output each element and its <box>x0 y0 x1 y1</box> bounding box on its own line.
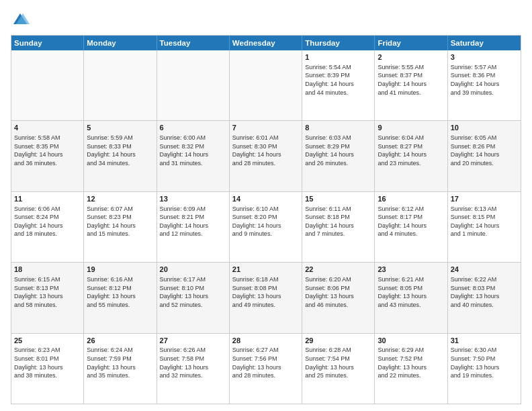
day-number: 29 <box>305 336 371 346</box>
day-info: Sunrise: 6:12 AM Sunset: 8:17 PM Dayligh… <box>378 205 444 238</box>
day-info: Sunrise: 6:03 AM Sunset: 8:29 PM Dayligh… <box>305 134 371 167</box>
calendar-cell: 23Sunrise: 6:21 AM Sunset: 8:05 PM Dayli… <box>375 263 447 332</box>
day-info: Sunrise: 6:09 AM Sunset: 8:21 PM Dayligh… <box>160 205 226 238</box>
calendar-row-0: 1Sunrise: 5:54 AM Sunset: 8:39 PM Daylig… <box>11 50 521 121</box>
calendar-cell: 24Sunrise: 6:22 AM Sunset: 8:03 PM Dayli… <box>448 263 521 332</box>
day-number: 17 <box>451 194 518 204</box>
calendar-cell: 3Sunrise: 5:57 AM Sunset: 8:36 PM Daylig… <box>448 50 521 120</box>
day-info: Sunrise: 6:23 AM Sunset: 8:01 PM Dayligh… <box>14 346 81 379</box>
day-number: 14 <box>232 194 299 204</box>
header-day-friday: Friday <box>375 36 447 50</box>
page: SundayMondayTuesdayWednesdayThursdayFrid… <box>0 0 532 411</box>
day-info: Sunrise: 6:06 AM Sunset: 8:24 PM Dayligh… <box>14 205 81 238</box>
day-number: 9 <box>378 123 444 133</box>
day-info: Sunrise: 5:58 AM Sunset: 8:35 PM Dayligh… <box>14 134 81 167</box>
day-info: Sunrise: 6:20 AM Sunset: 8:06 PM Dayligh… <box>305 275 371 309</box>
calendar-cell: 13Sunrise: 6:09 AM Sunset: 8:21 PM Dayli… <box>157 192 230 262</box>
day-info: Sunrise: 6:13 AM Sunset: 8:15 PM Dayligh… <box>451 205 518 238</box>
day-number: 8 <box>305 123 371 133</box>
calendar-row-2: 11Sunrise: 6:06 AM Sunset: 8:24 PM Dayli… <box>11 192 521 263</box>
header-day-saturday: Saturday <box>448 36 521 50</box>
day-info: Sunrise: 6:07 AM Sunset: 8:23 PM Dayligh… <box>87 205 153 238</box>
day-info: Sunrise: 6:05 AM Sunset: 8:26 PM Dayligh… <box>451 134 518 167</box>
calendar-row-1: 4Sunrise: 5:58 AM Sunset: 8:35 PM Daylig… <box>11 121 521 191</box>
day-info: Sunrise: 6:11 AM Sunset: 8:18 PM Dayligh… <box>305 205 371 238</box>
day-number: 16 <box>378 194 444 204</box>
header-day-tuesday: Tuesday <box>157 36 230 50</box>
calendar-cell: 31Sunrise: 6:30 AM Sunset: 7:50 PM Dayli… <box>448 334 521 404</box>
calendar-cell: 10Sunrise: 6:05 AM Sunset: 8:26 PM Dayli… <box>448 121 521 191</box>
day-info: Sunrise: 6:22 AM Sunset: 8:03 PM Dayligh… <box>451 275 518 309</box>
day-number: 23 <box>378 265 444 275</box>
calendar: SundayMondayTuesdayWednesdayThursdayFrid… <box>11 35 521 404</box>
calendar-cell: 2Sunrise: 5:55 AM Sunset: 8:37 PM Daylig… <box>375 50 447 120</box>
header-day-sunday: Sunday <box>11 36 84 50</box>
day-number: 7 <box>232 123 299 133</box>
day-info: Sunrise: 6:17 AM Sunset: 8:10 PM Dayligh… <box>160 275 226 309</box>
calendar-cell: 17Sunrise: 6:13 AM Sunset: 8:15 PM Dayli… <box>448 192 521 262</box>
calendar-cell: 30Sunrise: 6:29 AM Sunset: 7:52 PM Dayli… <box>375 334 447 404</box>
day-number: 28 <box>232 336 299 346</box>
day-info: Sunrise: 6:00 AM Sunset: 8:32 PM Dayligh… <box>160 134 226 167</box>
day-number: 25 <box>14 336 81 346</box>
day-number: 18 <box>14 265 81 275</box>
calendar-cell: 29Sunrise: 6:28 AM Sunset: 7:54 PM Dayli… <box>302 334 375 404</box>
calendar-cell: 20Sunrise: 6:17 AM Sunset: 8:10 PM Dayli… <box>157 263 230 332</box>
calendar-cell: 19Sunrise: 6:16 AM Sunset: 8:12 PM Dayli… <box>84 263 157 332</box>
calendar-cell: 1Sunrise: 5:54 AM Sunset: 8:39 PM Daylig… <box>302 50 375 120</box>
calendar-cell <box>230 50 302 120</box>
day-info: Sunrise: 6:04 AM Sunset: 8:27 PM Dayligh… <box>378 134 444 167</box>
calendar-header: SundayMondayTuesdayWednesdayThursdayFrid… <box>11 36 521 50</box>
calendar-cell: 28Sunrise: 6:27 AM Sunset: 7:56 PM Dayli… <box>230 334 302 404</box>
logo-icon <box>11 11 30 30</box>
day-info: Sunrise: 6:21 AM Sunset: 8:05 PM Dayligh… <box>378 275 444 309</box>
day-number: 31 <box>451 336 518 346</box>
day-number: 11 <box>14 194 81 204</box>
header <box>11 11 521 30</box>
day-number: 5 <box>87 123 153 133</box>
day-info: Sunrise: 6:26 AM Sunset: 7:58 PM Dayligh… <box>160 346 226 379</box>
calendar-cell: 18Sunrise: 6:15 AM Sunset: 8:13 PM Dayli… <box>11 263 84 332</box>
day-number: 22 <box>305 265 371 275</box>
header-day-wednesday: Wednesday <box>230 36 302 50</box>
day-number: 2 <box>378 52 444 62</box>
calendar-cell: 14Sunrise: 6:10 AM Sunset: 8:20 PM Dayli… <box>230 192 302 262</box>
calendar-cell: 4Sunrise: 5:58 AM Sunset: 8:35 PM Daylig… <box>11 121 84 191</box>
day-number: 1 <box>305 52 371 62</box>
day-number: 13 <box>160 194 226 204</box>
day-number: 12 <box>87 194 153 204</box>
day-number: 24 <box>451 265 518 275</box>
day-info: Sunrise: 5:57 AM Sunset: 8:36 PM Dayligh… <box>451 63 518 97</box>
header-day-thursday: Thursday <box>302 36 375 50</box>
calendar-cell: 27Sunrise: 6:26 AM Sunset: 7:58 PM Dayli… <box>157 334 230 404</box>
calendar-cell: 9Sunrise: 6:04 AM Sunset: 8:27 PM Daylig… <box>375 121 447 191</box>
calendar-cell: 5Sunrise: 5:59 AM Sunset: 8:33 PM Daylig… <box>84 121 157 191</box>
day-number: 27 <box>160 336 226 346</box>
day-number: 26 <box>87 336 153 346</box>
calendar-cell: 7Sunrise: 6:01 AM Sunset: 8:30 PM Daylig… <box>230 121 302 191</box>
header-day-monday: Monday <box>84 36 157 50</box>
day-number: 21 <box>232 265 299 275</box>
calendar-cell: 8Sunrise: 6:03 AM Sunset: 8:29 PM Daylig… <box>302 121 375 191</box>
calendar-body: 1Sunrise: 5:54 AM Sunset: 8:39 PM Daylig… <box>11 50 521 404</box>
calendar-row-4: 25Sunrise: 6:23 AM Sunset: 8:01 PM Dayli… <box>11 334 521 404</box>
calendar-row-3: 18Sunrise: 6:15 AM Sunset: 8:13 PM Dayli… <box>11 263 521 333</box>
day-number: 15 <box>305 194 371 204</box>
day-number: 4 <box>14 123 81 133</box>
calendar-cell: 15Sunrise: 6:11 AM Sunset: 8:18 PM Dayli… <box>302 192 375 262</box>
day-info: Sunrise: 6:18 AM Sunset: 8:08 PM Dayligh… <box>232 275 299 309</box>
day-number: 10 <box>451 123 518 133</box>
day-number: 19 <box>87 265 153 275</box>
calendar-cell: 21Sunrise: 6:18 AM Sunset: 8:08 PM Dayli… <box>230 263 302 332</box>
day-info: Sunrise: 6:27 AM Sunset: 7:56 PM Dayligh… <box>232 346 299 379</box>
day-info: Sunrise: 6:01 AM Sunset: 8:30 PM Dayligh… <box>232 134 299 167</box>
day-info: Sunrise: 6:10 AM Sunset: 8:20 PM Dayligh… <box>232 205 299 238</box>
day-number: 20 <box>160 265 226 275</box>
day-info: Sunrise: 6:29 AM Sunset: 7:52 PM Dayligh… <box>378 346 444 379</box>
day-info: Sunrise: 6:24 AM Sunset: 7:59 PM Dayligh… <box>87 346 153 379</box>
day-number: 30 <box>378 336 444 346</box>
day-info: Sunrise: 5:55 AM Sunset: 8:37 PM Dayligh… <box>378 63 444 97</box>
calendar-cell: 6Sunrise: 6:00 AM Sunset: 8:32 PM Daylig… <box>157 121 230 191</box>
logo <box>11 11 32 30</box>
calendar-cell <box>11 50 84 120</box>
